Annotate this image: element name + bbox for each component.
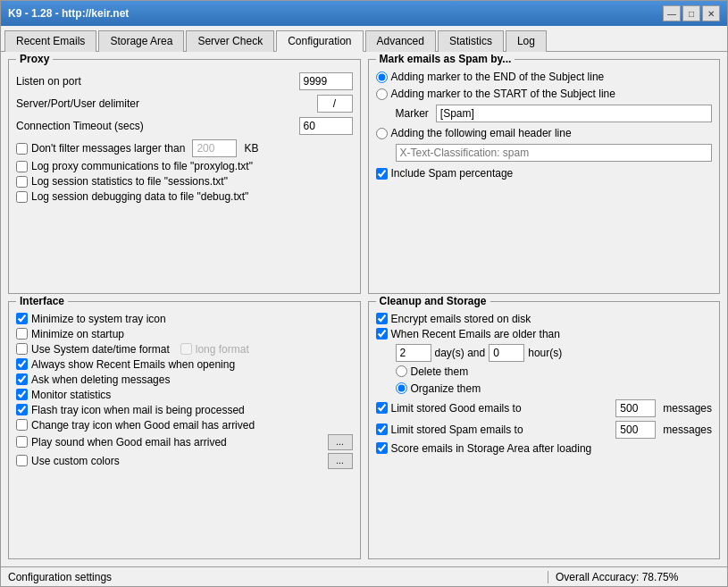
score-row: Score emails in Storage Area after loadi… xyxy=(376,442,713,455)
header-line-radio[interactable] xyxy=(376,128,388,139)
close-button[interactable]: ✕ xyxy=(702,5,720,21)
change-tray-checkbox[interactable] xyxy=(16,419,28,431)
dont-filter-checkbox[interactable] xyxy=(16,143,28,155)
minimize-startup-checkbox[interactable] xyxy=(16,328,28,340)
status-left: Configuration settings xyxy=(1,571,548,583)
monitor-stats-checkbox[interactable] xyxy=(16,389,28,400)
header-line-label: Adding the following email header line xyxy=(391,127,572,139)
score-checkbox[interactable] xyxy=(376,442,388,454)
encrypt-checkbox[interactable] xyxy=(376,313,388,324)
listen-port-input[interactable] xyxy=(299,72,353,90)
when-older-row: When Recent Emails are older than xyxy=(376,328,713,340)
proxy-group: Proxy Listen on port Server/Port/User de… xyxy=(8,59,361,294)
log-debug-checkbox[interactable] xyxy=(16,191,28,203)
custom-colors-row: Use custom colors ... xyxy=(16,453,353,469)
header-input[interactable] xyxy=(396,144,713,162)
organize-them-row: Organize them xyxy=(396,382,713,395)
use-system-date-checkbox[interactable] xyxy=(16,343,28,355)
ask-deleting-checkbox[interactable] xyxy=(16,373,28,385)
long-format-label: long format xyxy=(196,343,249,356)
flash-tray-checkbox[interactable] xyxy=(16,404,28,415)
when-older-checkbox[interactable] xyxy=(376,328,388,340)
log-session-checkbox[interactable] xyxy=(16,176,28,188)
custom-colors-checkbox[interactable] xyxy=(16,455,28,466)
minimize-tray-label: Minimize to system tray icon xyxy=(31,313,166,325)
play-sound-label: Play sound when Good email has arrived xyxy=(31,436,324,449)
interface-group: Interface Minimize to system tray icon M… xyxy=(8,301,361,560)
include-spam-checkbox[interactable] xyxy=(376,168,388,180)
listen-port-label: Listen on port xyxy=(16,75,299,88)
monitor-stats-label: Monitor statistics xyxy=(31,389,111,401)
spam-title: Mark emails as Spam by... xyxy=(376,53,515,65)
hours-input[interactable] xyxy=(489,344,524,362)
start-subject-radio[interactable] xyxy=(376,88,388,100)
limit-good-checkbox[interactable] xyxy=(376,402,388,414)
listen-port-row: Listen on port xyxy=(16,72,353,90)
limit-good-label: Limit stored Good emails to xyxy=(391,402,613,415)
custom-colors-browse-button[interactable]: ... xyxy=(328,453,353,469)
change-tray-label: Change tray icon when Good email has arr… xyxy=(31,419,255,432)
ask-deleting-row: Ask when deleting messages xyxy=(16,373,353,386)
log-proxy-checkbox[interactable] xyxy=(16,161,28,172)
tab-bar: Recent Emails Storage Area Server Check … xyxy=(1,26,727,52)
timeout-label: Connection Timeout (secs) xyxy=(16,120,299,132)
marker-input[interactable] xyxy=(436,105,712,122)
when-older-label: When Recent Emails are older than xyxy=(391,328,560,340)
organize-them-label: Organize them xyxy=(411,382,481,395)
tab-advanced[interactable]: Advanced xyxy=(365,30,436,52)
limit-spam-checkbox[interactable] xyxy=(376,423,388,435)
tab-statistics[interactable]: Statistics xyxy=(438,30,504,52)
tab-storage-area[interactable]: Storage Area xyxy=(98,30,184,52)
change-tray-row: Change tray icon when Good email has arr… xyxy=(16,419,353,432)
delete-them-radio[interactable] xyxy=(396,365,407,377)
log-session-row: Log session statistics to file "sessions… xyxy=(16,175,353,188)
cleanup-group: Cleanup and Storage Encrypt emails store… xyxy=(368,301,721,560)
limit-good-input[interactable] xyxy=(615,399,656,417)
days-label: day(s) and xyxy=(435,347,486,359)
tab-log[interactable]: Log xyxy=(506,30,547,52)
log-debug-label: Log session debugging data to file "debu… xyxy=(31,190,248,203)
play-sound-checkbox[interactable] xyxy=(16,436,28,448)
main-window: K9 - 1.28 - http://keir.net — □ ✕ Recent… xyxy=(0,0,728,587)
start-subject-row: Adding marker to the START of the Subjec… xyxy=(376,88,713,100)
proxy-title: Proxy xyxy=(16,53,53,65)
play-sound-row: Play sound when Good email has arrived .… xyxy=(16,434,353,450)
log-session-label: Log session statistics to file "sessions… xyxy=(31,175,228,188)
tab-configuration[interactable]: Configuration xyxy=(276,30,363,52)
score-label: Score emails in Storage Area after loadi… xyxy=(391,442,592,455)
end-subject-radio[interactable] xyxy=(376,71,388,83)
status-right: Overall Accuracy: 78.75% xyxy=(548,571,727,583)
end-subject-label: Adding marker to the END of the Subject … xyxy=(391,71,605,83)
delimiter-label: Server/Port/User delimiter xyxy=(16,97,317,110)
limit-spam-unit: messages xyxy=(663,423,712,436)
interface-title: Interface xyxy=(16,295,68,307)
title-bar: K9 - 1.28 - http://keir.net — □ ✕ xyxy=(1,1,727,26)
limit-good-unit: messages xyxy=(663,402,712,415)
limit-good-row: Limit stored Good emails to messages xyxy=(376,399,713,417)
flash-tray-row: Flash tray icon when mail is being proce… xyxy=(16,404,353,416)
ask-deleting-label: Ask when deleting messages xyxy=(31,373,170,386)
include-spam-row: Include Spam percentage xyxy=(376,167,713,180)
marker-label: Marker xyxy=(396,107,429,120)
tab-recent-emails[interactable]: Recent Emails xyxy=(4,30,96,52)
minimize-tray-checkbox[interactable] xyxy=(16,313,28,324)
delimiter-input: / xyxy=(317,95,353,113)
limit-spam-input[interactable] xyxy=(615,421,656,439)
long-format-checkbox[interactable] xyxy=(180,343,192,355)
window-title: K9 - 1.28 - http://keir.net xyxy=(8,7,129,20)
days-input[interactable] xyxy=(396,344,431,362)
log-proxy-label: Log proxy communications to file "proxyl… xyxy=(31,160,253,172)
tab-server-check[interactable]: Server Check xyxy=(186,30,274,52)
dont-filter-label: Don't filter messages larger than xyxy=(31,142,185,155)
minimize-startup-row: Minimize on startup xyxy=(16,328,353,340)
maximize-button[interactable]: □ xyxy=(682,5,700,21)
play-sound-browse-button[interactable]: ... xyxy=(328,434,353,450)
dont-filter-input[interactable] xyxy=(192,139,237,157)
end-subject-row: Adding marker to the END of the Subject … xyxy=(376,71,713,83)
minimize-button[interactable]: — xyxy=(663,5,681,21)
custom-colors-label: Use custom colors xyxy=(31,455,324,467)
timeout-input[interactable] xyxy=(299,117,353,135)
organize-them-radio[interactable] xyxy=(396,382,407,394)
limit-spam-row: Limit stored Spam emails to messages xyxy=(376,421,713,439)
always-show-checkbox[interactable] xyxy=(16,358,28,370)
